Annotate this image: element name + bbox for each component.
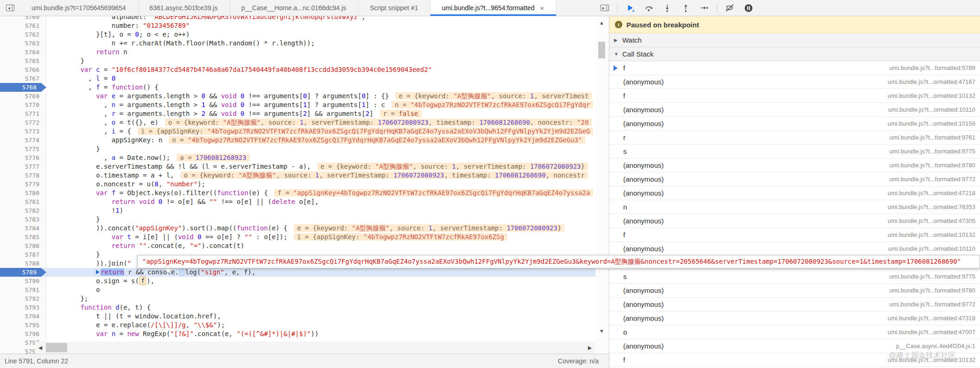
line-number[interactable]: 5792 xyxy=(0,294,46,303)
line-number[interactable]: 5773 xyxy=(0,127,46,136)
line-number[interactable]: 5762 xyxy=(0,30,46,39)
line-number[interactable]: 5780 xyxy=(0,189,46,197)
toggle-navigator-button[interactable] xyxy=(0,0,20,16)
code-text[interactable]: n += r.charAt(Math.floor(Math.random() *… xyxy=(46,39,315,48)
line-number[interactable]: 5774 xyxy=(0,136,46,145)
code-text[interactable]: var t = i[e] || (void 0 == o[e] ? "" : o… xyxy=(46,233,507,241)
callstack-frame[interactable]: (anonymous)umi.bundle.js?t...ormatted:47… xyxy=(609,214,980,228)
code-text[interactable]: var n = new RegExp("[?&]".concat(e, "(=(… xyxy=(46,330,319,338)
callstack-frame[interactable]: fumi.bundle.js?t...formatted:5789 xyxy=(609,61,980,75)
code-text[interactable]: , i = {i = {appSignKey: "4bTogwpz7RzNO2V… xyxy=(46,127,593,136)
line-number[interactable]: 5788 xyxy=(0,259,46,268)
line-number[interactable]: 5779 xyxy=(0,180,46,189)
step-out-button[interactable] xyxy=(680,2,692,14)
line-number[interactable]: 5785 xyxy=(0,233,46,241)
line-number[interactable]: 5782 xyxy=(0,206,46,215)
file-tab[interactable]: umi.bundle.js?t=1705645699654 xyxy=(20,0,139,16)
code-text[interactable]: var e = arguments.length > 0 && void 0 !… xyxy=(46,92,592,101)
line-number[interactable]: 5791 xyxy=(0,286,46,294)
callstack-frame[interactable]: rumi.bundle.js?t...formatted:9761 xyxy=(609,131,980,145)
breakpoint-line-number[interactable]: 5768 xyxy=(0,83,46,92)
line-number[interactable]: 5777 xyxy=(0,162,46,171)
callstack-frame[interactable]: (anonymous)umi.bundle.js?t...ormatted:47… xyxy=(609,311,980,325)
step-into-button[interactable] xyxy=(661,2,673,14)
code-text[interactable]: return r && console.log("sign", e, f), xyxy=(46,268,255,277)
line-number[interactable]: 5761 xyxy=(0,21,46,30)
code-text[interactable]: e = e.replace(/[\[\]]/g, "\\$&"); xyxy=(46,321,225,330)
code-text[interactable]: function d(e, t) { xyxy=(46,303,151,312)
scroll-left-icon[interactable]: ◀ xyxy=(35,342,46,354)
code-text[interactable]: appSignKey: nn = "4bTogwpz7RzNO2VTFtW7zc… xyxy=(46,136,585,145)
code-text[interactable]: o xyxy=(46,286,100,294)
callstack-frame[interactable]: (anonymous)umi.bundle.js?t...ormatted:10… xyxy=(609,117,980,131)
line-number[interactable]: 5778 xyxy=(0,171,46,180)
code-text[interactable]: } xyxy=(46,145,100,153)
callstack-frame[interactable]: sumi.bundle.js?t...formatted:9775 xyxy=(609,270,980,284)
code-text[interactable]: , a = Date.now();a = 1706081268923 xyxy=(46,153,250,162)
toggle-debugger-sidebar-button[interactable] xyxy=(599,2,611,14)
code-text[interactable]: )).join(" xyxy=(46,259,131,268)
line-number[interactable]: 5763 xyxy=(0,39,46,48)
line-number[interactable]: 5772 xyxy=(0,118,46,127)
line-number[interactable]: 5767 xyxy=(0,74,46,83)
code-text[interactable]: !1) xyxy=(46,206,123,215)
line-number[interactable]: 5765 xyxy=(0,57,46,65)
code-text[interactable]: return void 0 != o[e] && "" !== o[e] || … xyxy=(46,197,319,206)
tab-close-icon[interactable]: × xyxy=(540,5,544,12)
line-number[interactable]: 5766 xyxy=(0,65,46,74)
callstack-frame[interactable]: (anonymous)umi.bundle.js?t...formatted:9… xyxy=(609,284,980,298)
line-number[interactable]: 5795 xyxy=(0,321,46,330)
step-button[interactable] xyxy=(698,2,710,14)
pause-on-exceptions-button[interactable] xyxy=(742,2,754,14)
code-text[interactable]: }; xyxy=(46,294,88,303)
file-tab[interactable]: p__Case__Home.a...nc.0166dc94.js xyxy=(230,0,359,16)
code-text[interactable]: alphabet: "ABCDEFGHIJKLMNOPQRSTUVWXYZabc… xyxy=(46,16,366,21)
callstack-frame[interactable]: (anonymous)umi.bundle.js?t...ormatted:47… xyxy=(609,186,980,200)
code-text[interactable]: o.sign = s(f), xyxy=(46,277,154,286)
code-text[interactable]: e.serverTimestamp && !l && (l = e.server… xyxy=(46,162,588,171)
callstack-frame[interactable]: (anonymous)umi.bundle.js?t...formatted:9… xyxy=(609,172,980,186)
callstack-frame[interactable]: fumi.bundle.js?t...ormatted:10132 xyxy=(609,89,980,103)
callstack-frame[interactable]: (anonymous)umi.bundle.js?t...formatted:9… xyxy=(609,159,980,172)
file-tab[interactable]: Script snippet #1 xyxy=(359,0,430,16)
code-text[interactable]: } xyxy=(46,57,84,65)
step-over-button[interactable] xyxy=(643,2,655,14)
callstack-frame[interactable]: (anonymous)umi.bundle.js?t...formatted:9… xyxy=(609,298,980,311)
inline-step-marker[interactable] xyxy=(179,269,184,276)
line-number[interactable]: 5786 xyxy=(0,241,46,250)
line-number[interactable]: 5793 xyxy=(0,303,46,312)
callstack-frame[interactable]: numi.bundle.js?t...ormatted:76353 xyxy=(609,200,980,214)
line-number[interactable]: 5796 xyxy=(0,330,46,338)
code-text[interactable]: } xyxy=(46,215,100,224)
code-text[interactable]: , o = t({}, e)o = {keyword: "A型胸腺瘤", sou… xyxy=(46,118,592,127)
line-number[interactable]: 5794 xyxy=(0,312,46,321)
code-text[interactable]: }[t], o = 0; o < e; o++) xyxy=(46,30,190,39)
line-number[interactable]: 5770 xyxy=(0,101,46,109)
horizontal-scroll-thumb[interactable] xyxy=(46,343,67,352)
vertical-scroll-thumb[interactable] xyxy=(598,42,605,58)
code-text[interactable]: } xyxy=(46,250,100,259)
line-number[interactable]: 5771 xyxy=(0,109,46,118)
callstack-section-header[interactable]: ▼ Call Stack xyxy=(609,47,980,61)
callstack-frame[interactable]: (anonymous)umi.bundle.js?t...ormatted:10… xyxy=(609,103,980,117)
code-text[interactable]: var f = Object.keys(o).filter((function(… xyxy=(46,189,593,197)
code-text[interactable]: o.noncestr = u(8, "number"); xyxy=(46,180,205,189)
line-number[interactable]: 5760 xyxy=(0,16,46,21)
breakpoint-line-number[interactable]: 5789 xyxy=(0,268,46,277)
code-editor[interactable]: 5760 alphabet: "ABCDEFGHIJKLMNOPQRSTUVWX… xyxy=(0,16,595,354)
line-number[interactable]: 5776 xyxy=(0,153,46,162)
line-number[interactable]: 5783 xyxy=(0,215,46,224)
deactivate-breakpoints-button[interactable] xyxy=(724,2,736,14)
line-number[interactable]: 5790 xyxy=(0,277,46,286)
callstack-frame[interactable]: oumi.bundle.js?t...ormatted:47007 xyxy=(609,325,980,339)
code-text[interactable]: return n xyxy=(46,48,127,57)
line-number[interactable]: 5781 xyxy=(0,197,46,206)
line-number[interactable]: 5764 xyxy=(0,48,46,57)
code-text[interactable]: o.timestamp = a + l,o = {keyword: "A型胸腺瘤… xyxy=(46,171,588,180)
code-text[interactable]: , f = function() { xyxy=(46,83,158,92)
code-text[interactable]: , r = arguments.length > 2 && void 0 !==… xyxy=(46,109,422,118)
callstack-frame[interactable]: (anonymous)umi.bundle.js?t...ormatted:10… xyxy=(609,242,980,256)
line-number[interactable]: 5769 xyxy=(0,92,46,101)
code-text[interactable]: , n = arguments.length > 1 && void 0 !==… xyxy=(46,101,593,109)
scroll-down-icon[interactable]: ▼ xyxy=(595,326,608,336)
